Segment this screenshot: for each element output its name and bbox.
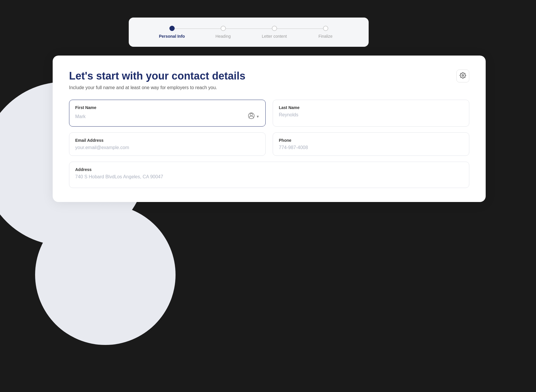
step-heading[interactable]: Heading — [197, 26, 249, 39]
first-name-input-wrapper: Mark ▼ — [75, 112, 260, 121]
step-line-2 — [223, 28, 274, 29]
step-label-letter-content: Letter content — [262, 34, 287, 39]
last-name-value: Reynolds — [279, 112, 298, 118]
step-circle-heading — [221, 26, 226, 31]
form-header: Let's start with your contact details In… — [69, 70, 469, 90]
last-name-label: Last Name — [279, 105, 463, 110]
last-name-input-wrapper: Reynolds — [279, 112, 463, 118]
step-label-personal-info: Personal Info — [159, 34, 185, 39]
form-title-group: Let's start with your contact details In… — [69, 70, 245, 90]
form-row-contact: Email Address your.email@example.com Pho… — [69, 132, 469, 156]
form-card: Let's start with your contact details In… — [53, 56, 486, 202]
address-field[interactable]: Address 740 S Hobard BlvdLos Angeles, CA… — [69, 162, 469, 188]
address-value: 740 S Hobard BlvdLos Angeles, CA 90047 — [75, 174, 163, 179]
blob-bottom — [35, 205, 176, 345]
settings-button[interactable] — [456, 70, 469, 82]
step-line-3 — [274, 28, 326, 29]
email-label: Email Address — [75, 138, 260, 143]
gear-icon — [460, 72, 466, 80]
phone-value: 774-987-4008 — [279, 145, 308, 150]
form-row-name: First Name Mark ▼ — [69, 100, 469, 127]
phone-input-wrapper: 774-987-4008 — [279, 145, 463, 150]
email-value: your.email@example.com — [75, 145, 129, 150]
form-row-address: Address 740 S Hobard BlvdLos Angeles, CA… — [69, 162, 469, 188]
svg-point-0 — [462, 75, 464, 76]
svg-point-1 — [250, 113, 252, 116]
last-name-field[interactable]: Last Name Reynolds — [273, 100, 469, 127]
phone-label: Phone — [279, 138, 463, 143]
step-circle-letter-content — [272, 26, 277, 31]
main-wrapper: Personal Info Heading Letter content Fin… — [53, 18, 486, 202]
first-name-field[interactable]: First Name Mark ▼ — [69, 100, 266, 127]
step-circle-finalize — [323, 26, 328, 31]
stepper-container: Personal Info Heading Letter content Fin… — [129, 18, 369, 47]
stepper: Personal Info Heading Letter content Fin… — [146, 26, 351, 39]
step-circle-personal-info — [169, 26, 175, 31]
first-name-value: Mark — [75, 114, 86, 119]
step-finalize[interactable]: Finalize — [300, 26, 351, 39]
email-field[interactable]: Email Address your.email@example.com — [69, 132, 266, 156]
first-name-label: First Name — [75, 105, 260, 110]
step-label-finalize: Finalize — [318, 34, 332, 39]
step-label-heading: Heading — [215, 34, 231, 39]
step-personal-info[interactable]: Personal Info — [146, 26, 197, 39]
form-title: Let's start with your contact details — [69, 70, 245, 82]
form-subtitle: Include your full name and at least one … — [69, 85, 245, 90]
step-line-1 — [172, 28, 223, 29]
email-input-wrapper: your.email@example.com — [75, 145, 260, 150]
phone-field[interactable]: Phone 774-987-4008 — [273, 132, 469, 156]
profile-icon-button[interactable]: ▼ — [248, 112, 260, 121]
address-input-wrapper: 740 S Hobard BlvdLos Angeles, CA 90047 — [75, 174, 463, 179]
person-circle-icon — [248, 112, 255, 121]
step-letter-content[interactable]: Letter content — [249, 26, 300, 39]
address-label: Address — [75, 167, 463, 172]
chevron-down-icon: ▼ — [256, 115, 260, 119]
